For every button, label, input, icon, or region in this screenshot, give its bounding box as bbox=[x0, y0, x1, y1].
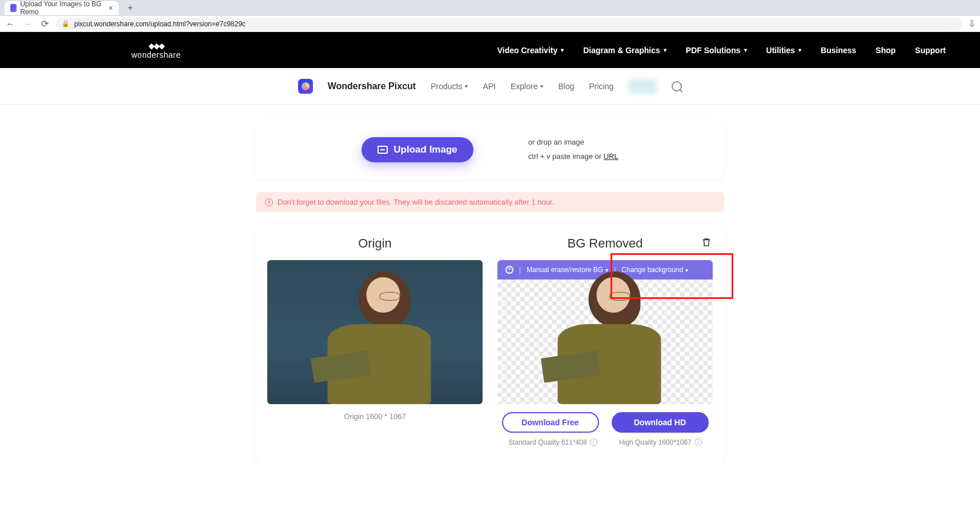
menu-diagram-graphics[interactable]: Diagram & Graphics▾ bbox=[583, 46, 666, 55]
tab-strip: Upload Your Images to BG Remo × + bbox=[0, 0, 980, 16]
standard-quality-label: Standard Quality 611*408 i bbox=[508, 438, 597, 446]
logo-text: wondershare bbox=[131, 50, 180, 59]
browser-chrome: Upload Your Images to BG Remo × + ← → ⟳ … bbox=[0, 0, 980, 32]
address-bar: ← → ⟳ 🔒 pixcut.wondershare.com/upload.ht… bbox=[0, 16, 980, 32]
tab-close-icon[interactable]: × bbox=[109, 3, 113, 13]
menu-shop[interactable]: Shop bbox=[875, 46, 895, 55]
download-free-button[interactable]: Download Free bbox=[502, 412, 599, 433]
reload-icon[interactable]: ⟳ bbox=[39, 18, 50, 29]
favicon-icon bbox=[10, 4, 17, 12]
quality-row: Standard Quality 611*408 i High Quality … bbox=[497, 438, 713, 446]
url-field[interactable]: 🔒 pixcut.wondershare.com/upload.html?ver… bbox=[56, 18, 962, 30]
upload-image-button[interactable]: Upload Image bbox=[362, 137, 473, 162]
top-menu: Video Creativity▾ Diagram & Graphics▾ PD… bbox=[497, 46, 946, 55]
high-quality-label: High Quality 1600*1067 i bbox=[619, 438, 702, 446]
chevron-down-icon: ▾ bbox=[798, 47, 801, 53]
separator: | bbox=[519, 266, 521, 274]
pixcut-logo-icon[interactable] bbox=[298, 79, 313, 94]
bg-removed-title: BG Removed bbox=[497, 236, 713, 251]
url-text: pixcut.wondershare.com/upload.html?versi… bbox=[74, 20, 246, 28]
lock-icon: 🔒 bbox=[62, 20, 70, 27]
back-icon[interactable]: ← bbox=[5, 19, 16, 29]
warning-text: Don't forget to download your files. The… bbox=[278, 198, 554, 206]
origin-caption: Origin 1600 * 1067 bbox=[267, 412, 483, 421]
origin-panel: Origin Origin 1600 * 1067 bbox=[267, 236, 483, 446]
bg-removed-panel: BG Removed | Manual erase/restore BG ▾ |… bbox=[497, 236, 713, 446]
drop-line: or drop an image bbox=[528, 135, 618, 150]
user-avatar[interactable] bbox=[628, 79, 657, 94]
install-icon[interactable]: ⇩ bbox=[968, 18, 975, 29]
upload-card: Upload Image or drop an image ctrl + v p… bbox=[256, 119, 724, 179]
zoom-in-icon[interactable] bbox=[505, 266, 513, 274]
pixcut-brand[interactable]: Wondershare Pixcut bbox=[328, 81, 416, 91]
url-link[interactable]: URL bbox=[604, 152, 618, 161]
image-icon bbox=[377, 146, 388, 154]
menu-utilities[interactable]: Utilities▾ bbox=[766, 46, 802, 55]
site-top-bar: ◆◆◆ wondershare Video Creativity▾ Diagra… bbox=[0, 32, 980, 68]
main-content: Upload Image or drop an image ctrl + v p… bbox=[256, 105, 724, 464]
drop-hint: or drop an image ctrl + v paste image or… bbox=[528, 135, 618, 163]
warning-strip: i Don't forget to download your files. T… bbox=[256, 192, 724, 212]
paste-line: ctrl + v paste image or URL bbox=[528, 150, 618, 164]
chevron-down-icon: ▾ bbox=[685, 267, 688, 273]
menu-video-creativity[interactable]: Video Creativity▾ bbox=[497, 46, 564, 55]
new-tab-button[interactable]: + bbox=[123, 1, 137, 15]
logo-mark-icon: ◆◆◆ bbox=[148, 41, 164, 50]
search-icon[interactable] bbox=[672, 81, 682, 91]
info-icon: i bbox=[265, 198, 273, 206]
menu-pdf-solutions[interactable]: PDF Solutions▾ bbox=[686, 46, 747, 55]
download-hd-button[interactable]: Download HD bbox=[612, 412, 709, 433]
origin-image bbox=[267, 260, 483, 404]
tab-title: Upload Your Images to BG Remo bbox=[20, 0, 102, 16]
subnav-pricing[interactable]: Pricing bbox=[589, 82, 613, 91]
bg-removed-image: | Manual erase/restore BG ▾ | Change bac… bbox=[497, 260, 713, 404]
sub-nav: Wondershare Pixcut Products▾ API Explore… bbox=[0, 68, 980, 105]
person-cutout bbox=[545, 266, 674, 404]
subnav-explore[interactable]: Explore▾ bbox=[511, 82, 543, 91]
subnav-products[interactable]: Products▾ bbox=[431, 82, 468, 91]
menu-business[interactable]: Business bbox=[821, 46, 856, 55]
chevron-down-icon: ▾ bbox=[664, 47, 666, 53]
download-row: Download Free Download HD bbox=[497, 412, 713, 433]
info-icon[interactable]: i bbox=[694, 438, 702, 446]
menu-support[interactable]: Support bbox=[915, 46, 946, 55]
chevron-down-icon: ▾ bbox=[744, 47, 747, 53]
browser-tab[interactable]: Upload Your Images to BG Remo × bbox=[5, 1, 119, 15]
subnav-blog[interactable]: Blog bbox=[558, 82, 574, 91]
chevron-down-icon: ▾ bbox=[561, 47, 564, 53]
wondershare-logo[interactable]: ◆◆◆ wondershare bbox=[131, 41, 180, 59]
info-icon[interactable]: i bbox=[590, 438, 597, 446]
result-card: Origin Origin 1600 * 1067 BG Removed | bbox=[256, 223, 724, 463]
origin-title: Origin bbox=[267, 236, 483, 251]
person-illustration bbox=[315, 266, 444, 404]
chevron-down-icon: ▾ bbox=[540, 83, 543, 89]
forward-icon[interactable]: → bbox=[22, 19, 33, 29]
upload-button-label: Upload Image bbox=[393, 144, 457, 155]
subnav-api[interactable]: API bbox=[483, 82, 496, 91]
chevron-down-icon: ▾ bbox=[465, 83, 468, 89]
